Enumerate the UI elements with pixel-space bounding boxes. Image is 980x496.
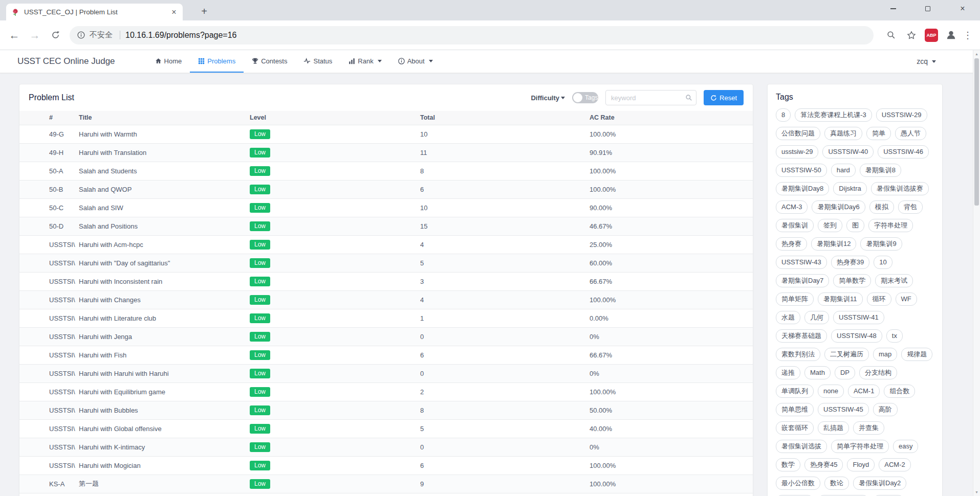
- forward-button[interactable]: →: [26, 26, 44, 44]
- nav-item-problems[interactable]: Problems: [190, 50, 244, 73]
- tag-pill[interactable]: ACM-1: [848, 385, 880, 398]
- tag-pill[interactable]: USSTSIW-41: [833, 311, 884, 324]
- reload-button[interactable]: [46, 26, 64, 44]
- tag-pill[interactable]: 规律题: [901, 348, 932, 361]
- tag-pill[interactable]: none: [818, 385, 844, 398]
- tag-pill[interactable]: 暑假集训选拔赛: [871, 182, 929, 195]
- problem-title-link[interactable]: Salah and Students: [79, 167, 137, 175]
- tag-pill[interactable]: 背包: [898, 200, 923, 214]
- window-maximize-button[interactable]: [910, 0, 945, 17]
- tag-pill[interactable]: 单调队列: [776, 385, 814, 398]
- problem-title-link[interactable]: Haruhi with Haruhi with Haruhi: [79, 370, 169, 377]
- nav-item-status[interactable]: Status: [295, 50, 340, 73]
- tag-pill[interactable]: 简单思维: [776, 403, 814, 416]
- tag-pill[interactable]: 并查集: [853, 421, 884, 435]
- security-label[interactable]: 不安全: [90, 30, 113, 40]
- tag-pill[interactable]: 图: [846, 219, 864, 232]
- adblock-extension-icon[interactable]: ABP: [925, 29, 938, 42]
- problem-title-link[interactable]: Haruhi with Jenga: [79, 333, 132, 341]
- window-close-button[interactable]: ×: [945, 0, 980, 17]
- tag-pill[interactable]: USSTSIW-46: [878, 145, 929, 159]
- problem-title-link[interactable]: Salah and SIW: [79, 204, 123, 212]
- tag-pill[interactable]: 简单数学: [833, 274, 871, 287]
- scrollbar-thumb[interactable]: [974, 58, 979, 206]
- window-minimize-button[interactable]: [876, 0, 910, 17]
- problem-title-link[interactable]: Haruhi with Inconsistent rain: [79, 278, 162, 285]
- nav-item-home[interactable]: Home: [147, 50, 190, 73]
- tab-close-icon[interactable]: ×: [169, 8, 179, 17]
- tag-pill[interactable]: WF: [896, 292, 917, 306]
- tag-pill[interactable]: 字符串处理: [868, 219, 913, 232]
- tag-pill[interactable]: USSTSIW-40: [822, 145, 874, 159]
- tag-pill[interactable]: DP: [835, 366, 855, 379]
- tag-pill[interactable]: Math: [804, 366, 831, 379]
- browser-tab[interactable]: USST_CEC_OJ | Problem List ×: [6, 4, 183, 20]
- tag-pill[interactable]: tx: [886, 329, 903, 343]
- problem-title-link[interactable]: Haruhi with "Day of sagittarius": [79, 259, 170, 267]
- problem-title-link[interactable]: Haruhi with K-intimacy: [79, 443, 145, 451]
- tag-pill[interactable]: 期末考试: [875, 274, 913, 287]
- nav-item-about[interactable]: About: [390, 50, 441, 73]
- user-menu[interactable]: zcq: [917, 50, 936, 73]
- tag-pill[interactable]: 模拟: [869, 200, 894, 214]
- problem-title-link[interactable]: Haruhi with Acm-hcpc: [79, 241, 143, 249]
- tag-pill[interactable]: 真题练习: [824, 127, 862, 140]
- tag-pill[interactable]: 组合数: [884, 385, 915, 398]
- tag-pill[interactable]: USSTSIW-45: [818, 403, 869, 416]
- tag-pill[interactable]: 素数判别法: [776, 348, 820, 361]
- tag-pill[interactable]: 暑期集训Day7: [776, 274, 829, 287]
- tag-pill[interactable]: 8: [776, 108, 791, 122]
- problem-title-link[interactable]: Haruhi with Changes: [79, 296, 141, 304]
- problem-title-link[interactable]: Haruhi with Warmth: [79, 130, 137, 138]
- tag-pill[interactable]: 水题: [776, 311, 800, 324]
- scrollbar[interactable]: ▲ ▼: [973, 50, 980, 496]
- tag-pill[interactable]: 暑期集训12: [811, 237, 856, 251]
- tag-pill[interactable]: 暑假集训Day2: [853, 477, 906, 490]
- tag-pill[interactable]: USSTSIW-43: [776, 256, 827, 269]
- tag-pill[interactable]: 递推: [776, 366, 800, 379]
- problem-title-link[interactable]: Haruhi with Literature club: [79, 314, 156, 322]
- browser-menu-button[interactable]: ⋮: [961, 30, 975, 41]
- tag-pill[interactable]: 乱搞题: [818, 421, 849, 435]
- tag-pill[interactable]: 最小公倍数: [776, 477, 820, 490]
- tag-pill[interactable]: map: [873, 348, 897, 361]
- tag-pill[interactable]: 暑期集训9: [860, 237, 902, 251]
- tag-pill[interactable]: 签到: [818, 219, 842, 232]
- tag-pill[interactable]: 暑期集训Day6: [812, 200, 865, 214]
- problem-title-link[interactable]: Haruhi with Fish: [79, 351, 126, 359]
- tag-pill[interactable]: 热身赛45: [804, 458, 843, 471]
- scroll-up-arrow[interactable]: ▲: [973, 50, 980, 58]
- problem-title-link[interactable]: 第一题: [79, 480, 99, 487]
- tag-pill[interactable]: 简单矩阵: [776, 292, 814, 306]
- problem-title-link[interactable]: Haruhi with Mogician: [79, 462, 141, 469]
- tag-pill[interactable]: 热身赛: [776, 237, 807, 251]
- tag-pill[interactable]: 数论: [824, 477, 849, 490]
- tag-pill[interactable]: 暑期集训Day8: [776, 182, 829, 195]
- tag-pill[interactable]: 暑期集训8: [860, 164, 901, 177]
- tag-pill[interactable]: 算法竞赛课程上机课-3: [795, 108, 872, 122]
- tag-pill[interactable]: 二叉树遍历: [824, 348, 869, 361]
- problem-title-link[interactable]: Haruhi with Global offensive: [79, 425, 162, 433]
- scroll-down-arrow[interactable]: ▼: [973, 488, 980, 496]
- reset-button[interactable]: Reset: [704, 90, 744, 105]
- new-tab-button[interactable]: +: [198, 5, 211, 18]
- tag-pill[interactable]: ACM-2: [879, 458, 910, 471]
- tag-pill[interactable]: USSTSIW-29: [876, 108, 927, 122]
- tag-pill[interactable]: 嵌套循环: [776, 421, 814, 435]
- problem-title-link[interactable]: Haruhi with Bubbles: [79, 407, 138, 414]
- zoom-button[interactable]: [882, 26, 900, 44]
- keyword-input[interactable]: [605, 90, 696, 105]
- problem-title-link[interactable]: Haruhi with Equilibrium game: [79, 388, 165, 396]
- tag-pill[interactable]: 暑假集训选拔: [776, 440, 827, 453]
- tag-pill[interactable]: 热身赛39: [831, 256, 869, 269]
- tag-pill[interactable]: 10: [874, 256, 892, 269]
- nav-item-contests[interactable]: Contests: [244, 50, 295, 73]
- tag-pill[interactable]: 愚人节: [895, 127, 926, 140]
- tag-pill[interactable]: USSTSIW-48: [831, 329, 882, 343]
- nav-item-rank[interactable]: Rank: [340, 50, 389, 73]
- tag-pill[interactable]: 数学: [776, 458, 800, 471]
- tag-pill[interactable]: USSTSIW-50: [776, 164, 827, 177]
- site-brand[interactable]: USST CEC Online Judge: [17, 50, 115, 73]
- url-text[interactable]: 10.16.1.69/problems?page=16: [125, 31, 237, 40]
- tag-pill[interactable]: Floyd: [847, 458, 875, 471]
